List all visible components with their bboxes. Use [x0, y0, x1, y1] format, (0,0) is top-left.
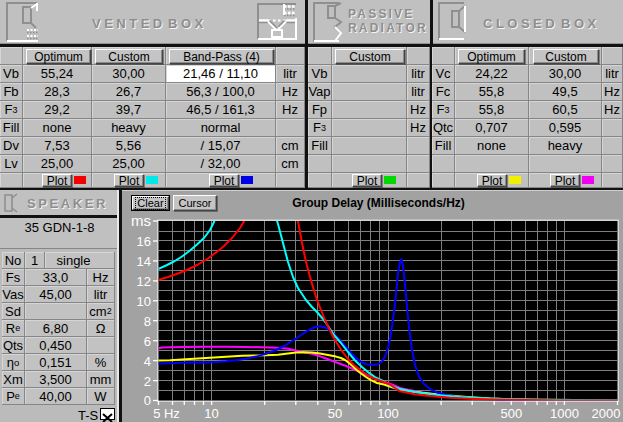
svg-text:6: 6	[144, 334, 151, 349]
svg-text:0: 0	[144, 393, 151, 408]
svg-text:4: 4	[144, 354, 151, 369]
svg-text:2000: 2000	[592, 406, 621, 421]
svg-text:2: 2	[144, 374, 151, 389]
svg-text:12: 12	[137, 274, 151, 289]
svg-text:50: 50	[328, 406, 342, 421]
svg-text:500: 500	[500, 406, 522, 421]
svg-text:1000: 1000	[550, 406, 579, 421]
svg-text:5 Hz: 5 Hz	[153, 406, 180, 421]
svg-text:14: 14	[137, 254, 151, 269]
svg-text:10: 10	[204, 406, 218, 421]
svg-text:ms: ms	[131, 212, 151, 229]
svg-text:16: 16	[137, 234, 151, 249]
svg-text:10: 10	[137, 294, 151, 309]
svg-text:8: 8	[144, 314, 151, 329]
svg-text:100: 100	[377, 406, 399, 421]
